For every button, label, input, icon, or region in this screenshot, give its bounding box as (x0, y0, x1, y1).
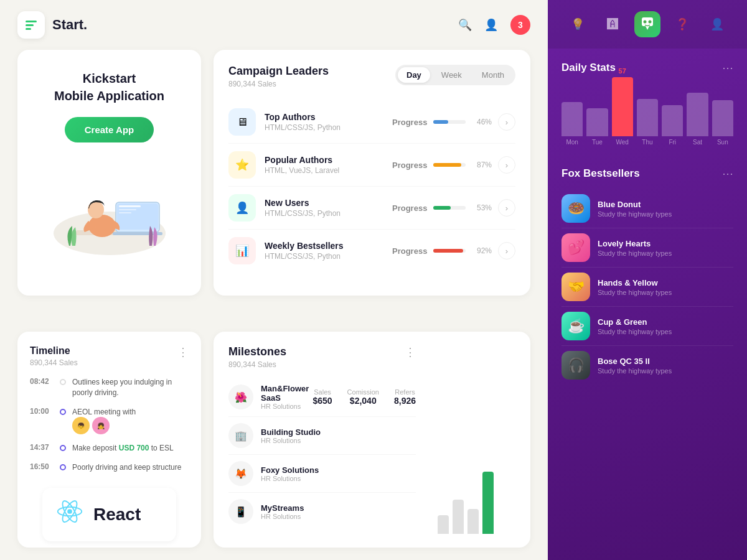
bar-rect-5 (687, 93, 708, 136)
bestsellers-section: Fox Bestsellers ⋯ 🍩 Blue Donut Study the… (548, 161, 747, 560)
milestone-row-1: 🏢 Building Studio HR Solutions (228, 417, 416, 455)
milestone-sub-1: HR Solutions (261, 437, 321, 444)
progress-section-0: Progress 46% (392, 118, 492, 127)
campaign-tabs: Day Week Month (395, 65, 515, 85)
progress-bar-0 (433, 120, 448, 124)
mini-bar-0 (438, 515, 449, 534)
progress-section-3: Progress 92% (392, 246, 492, 256)
tab-week[interactable]: Week (433, 67, 471, 83)
bestseller-thumb-3: ☕ (561, 312, 590, 340)
campaign-card: Campaign Leaders 890,344 Sales Day Week … (214, 50, 530, 296)
timeline-item-1: 10:00 AEOL meeting with 👦 👧 (30, 407, 189, 435)
bar-item-1: Tue (586, 96, 608, 146)
campaign-chevron-1[interactable]: › (498, 156, 515, 174)
timeline-item-2: 14:37 Make deposit USD 700 to ESL (30, 443, 189, 454)
milestones-card: Milestones 890,344 Sales ⋮ 🌺 Man&Flower … (214, 332, 530, 548)
timeline-dot-3 (60, 464, 66, 470)
svg-point-19 (644, 21, 647, 24)
campaign-info-0: Top Authors HTML/CSS/JS, Python (265, 112, 392, 132)
campaign-chevron-2[interactable]: › (498, 199, 515, 217)
user-icon[interactable]: 👤 (484, 18, 498, 32)
bottom-area: Timeline 890,344 Sales ⋮ 08:42 Outlines … (0, 332, 548, 560)
tab-day[interactable]: Day (398, 67, 430, 83)
timeline-item-0: 08:42 Outlines keep you indulging in poo… (30, 377, 189, 398)
sidebar-top-icons: 💡 🅰 ❓ 👤 (548, 0, 747, 49)
bestsellers-menu[interactable]: ⋯ (722, 167, 733, 180)
milestone-name-1: Building Studio (261, 427, 321, 437)
milestones-menu[interactable]: ⋮ (405, 345, 416, 359)
milestones-left: Milestones 890,344 Sales ⋮ 🌺 Man&Flower … (228, 345, 416, 534)
mini-bar-3 (482, 472, 494, 534)
bestsellers-title: Fox Bestsellers (561, 167, 640, 180)
notification-badge[interactable]: 3 (510, 15, 530, 35)
bar-rect-6 (712, 100, 733, 136)
bestseller-thumb-0: 🍩 (561, 194, 590, 223)
campaign-header: Campaign Leaders 890,344 Sales Day Week … (228, 65, 515, 88)
search-icon[interactable]: 🔍 (458, 18, 472, 32)
bestseller-item-4: 🎧 Bose QC 35 II Study the highway types (561, 346, 733, 385)
milestone-stats-0: Sales $650 Comission $2,040 Refers 8,926 (312, 388, 416, 406)
campaign-subtitle: 890,344 Sales (228, 80, 329, 88)
sidebar-icon-3[interactable]: ❓ (669, 11, 695, 37)
milestones-header: Milestones 890,344 Sales ⋮ (228, 345, 416, 369)
milestones-title: Milestones (228, 345, 286, 358)
timeline-title: Timeline (30, 345, 78, 357)
campaign-info-3: Weekly Bestsellers HTML/CSS/JS, Python (265, 241, 392, 261)
timeline-subtitle: 890,344 Sales (30, 358, 78, 367)
svg-rect-8 (119, 209, 136, 210)
bar-rect-4 (662, 105, 683, 136)
tab-month[interactable]: Month (473, 67, 513, 83)
campaign-chevron-3[interactable]: › (498, 242, 515, 259)
progress-bar-1 (433, 163, 461, 167)
progress-bar-wrap-1 (433, 163, 466, 167)
daily-stats-menu[interactable]: ⋯ (722, 61, 733, 75)
sidebar-icon-0[interactable]: 💡 (565, 11, 591, 37)
bestseller-item-1: 💕 Lovely Hearts Study the highway types (561, 228, 733, 268)
logo-icon (17, 11, 45, 39)
react-label: React (93, 505, 141, 525)
bestseller-item-3: ☕ Cup & Green Study the highway types (561, 307, 733, 346)
svg-rect-1 (26, 24, 34, 26)
milestone-icon-3: 📱 (228, 499, 253, 524)
campaign-rows: 🖥 Top Authors HTML/CSS/JS, Python Progre… (228, 101, 515, 272)
avatar-0: 👦 (72, 417, 90, 434)
milestone-icon-1: 🏢 (228, 423, 253, 448)
milestone-sub-2: HR Solutions (261, 475, 319, 482)
timeline-dot-0 (60, 379, 66, 385)
campaign-icon-0: 🖥 (228, 108, 256, 136)
sidebar-icon-2[interactable] (634, 11, 660, 37)
sidebar-icon-4[interactable]: 👤 (704, 11, 730, 37)
bestseller-thumb-4: 🎧 (561, 351, 590, 380)
bar-item-4: Fri (662, 93, 683, 146)
daily-stats-header: Daily Stats ⋯ (561, 61, 733, 75)
milestone-name-3: MyStreams (261, 503, 304, 513)
right-sidebar: 💡 🅰 ❓ 👤 Daily Stats ⋯ Mon Tue 57 (548, 0, 747, 560)
stats-chart: Mon Tue 57 Wed Thu Fri Sat Sun (561, 83, 733, 146)
svg-rect-7 (119, 205, 141, 207)
milestone-row-2: 🦊 Foxy Solutions HR Solutions (228, 455, 416, 493)
mini-bar-2 (467, 509, 479, 534)
mini-bar-1 (453, 500, 464, 534)
progress-bar-wrap-2 (433, 206, 466, 210)
timeline-menu[interactable]: ⋮ (177, 345, 189, 359)
milestone-icon-0: 🌺 (228, 385, 253, 409)
avatar-1: 👧 (92, 417, 110, 434)
svg-rect-0 (26, 21, 37, 22)
milestone-name-2: Foxy Solutions (261, 465, 319, 475)
timeline-dot-1 (60, 409, 66, 415)
logo: Start. (17, 11, 87, 39)
progress-section-2: Progress 53% (392, 203, 492, 213)
create-app-button[interactable]: Create App (65, 117, 154, 142)
milestone-row-3: 📱 MyStreams HR Solutions (228, 493, 416, 530)
sidebar-icon-1[interactable]: 🅰 (599, 11, 626, 37)
campaign-chevron-0[interactable]: › (498, 113, 515, 131)
bar-item-2: 57 Wed (612, 67, 633, 146)
svg-point-13 (67, 509, 72, 514)
milestone-sub-3: HR Solutions (261, 513, 304, 520)
timeline-item-3: 16:50 Poorly driving and keep structure (30, 462, 189, 473)
campaign-row-1: ⭐ Popular Authors HTML, VueJS, Laravel P… (228, 144, 515, 187)
bestsellers-header: Fox Bestsellers ⋯ (561, 167, 733, 180)
campaign-icon-1: ⭐ (228, 151, 256, 179)
progress-section-1: Progress 87% (392, 161, 492, 170)
header-icons: 🔍 👤 3 (458, 15, 530, 35)
